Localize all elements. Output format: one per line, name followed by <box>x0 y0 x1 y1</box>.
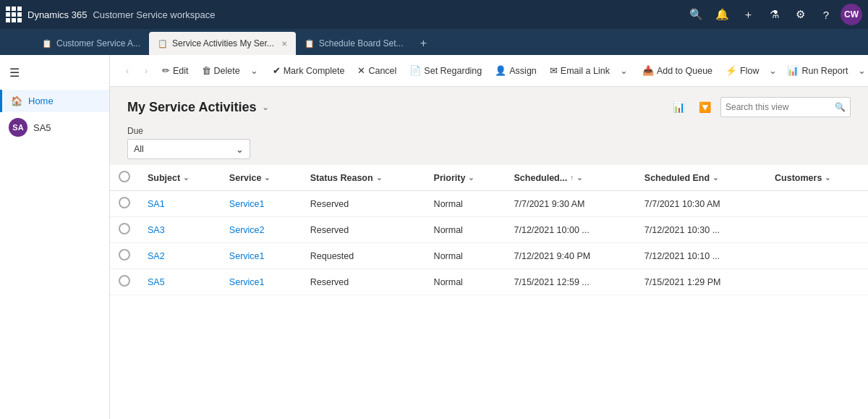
tab-label: Schedule Board Set... <box>319 38 404 48</box>
status-reason-value: Reserved <box>310 225 349 235</box>
view-title-dropdown[interactable]: ⌄ <box>262 102 269 112</box>
assign-button[interactable]: 👤 Assign <box>489 62 542 79</box>
tab-schedule-board[interactable]: 📋 Schedule Board Set... <box>296 32 412 55</box>
col-priority[interactable]: Priority ⌄ <box>425 165 506 191</box>
email-link-button[interactable]: ✉ Email a Link <box>544 62 616 79</box>
col-scheduled-end-label: Scheduled End <box>644 173 710 183</box>
view-title: My Service Activities <box>127 100 256 115</box>
row-customers-cell <box>766 217 868 243</box>
flow-button[interactable]: ⚡ Flow <box>720 62 765 79</box>
back-btn[interactable]: ‹ <box>119 62 136 80</box>
row-customers-cell <box>766 191 868 217</box>
subject-link[interactable]: SA1 <box>148 199 165 209</box>
search-input[interactable] <box>726 102 835 112</box>
table-row: SA3 Service2 Reserved Normal 7/12/2021 1… <box>110 217 868 243</box>
row-priority-cell: Normal <box>425 243 506 269</box>
report-dropdown-btn[interactable]: ⌄ <box>855 62 868 79</box>
tab-icon: 📋 <box>42 39 52 48</box>
filter-label: Due <box>127 126 851 136</box>
app-logo[interactable]: Dynamics 365 <box>6 7 87 22</box>
tab-icon: 📋 <box>305 39 315 48</box>
row-subject-cell: SA5 <box>139 269 221 295</box>
col-scheduled-end[interactable]: Scheduled End ⌄ <box>636 165 766 191</box>
top-bar: Dynamics 365 Customer Service workspace … <box>0 0 868 29</box>
top-bar-icons: 🔍 🔔 ＋ ⚗ ⚙ ? CW <box>684 3 862 26</box>
service-link[interactable]: Service2 <box>229 225 265 235</box>
col-scheduled-start[interactable]: Scheduled... ↑ ⌄ <box>506 165 636 191</box>
row-radio[interactable] <box>119 197 130 208</box>
cancel-button[interactable]: ✕ Cancel <box>352 62 402 79</box>
tab-service-activities[interactable]: 📋 Service Activities My Ser... ✕ <box>149 32 296 55</box>
chart-icon-btn[interactable]: 📊 <box>668 97 689 117</box>
nav-arrows: ‹ › <box>119 62 155 80</box>
filter-icon-btn[interactable]: ⚗ <box>762 3 786 26</box>
row-status-reason-cell: Reserved <box>302 269 425 295</box>
col-subject-label: Subject <box>148 173 180 183</box>
scheduled-start-value: 7/12/2021 9:40 PM <box>514 251 591 261</box>
tab-customer-service-a[interactable]: 📋 Customer Service A... <box>33 32 149 55</box>
col-status-reason[interactable]: Status Reason ⌄ <box>302 165 425 191</box>
delete-button[interactable]: 🗑 Delete <box>196 62 246 79</box>
row-select-cell[interactable] <box>110 191 139 217</box>
service-link[interactable]: Service1 <box>229 199 265 209</box>
row-select-cell[interactable] <box>110 269 139 295</box>
forward-btn[interactable]: › <box>137 62 155 80</box>
priority-value: Normal <box>434 225 463 235</box>
row-radio[interactable] <box>119 223 130 234</box>
col-customers[interactable]: Customers ⌄ <box>766 165 868 191</box>
add-to-queue-button[interactable]: 📥 Add to Queue <box>637 62 718 79</box>
subject-link[interactable]: SA5 <box>148 277 165 287</box>
flow-dropdown-btn[interactable]: ⌄ <box>766 62 780 79</box>
bell-icon-btn[interactable]: 🔔 <box>710 3 733 26</box>
hamburger-menu-btn[interactable]: ☰ <box>0 58 29 87</box>
filter-value: All <box>134 144 144 154</box>
row-priority-cell: Normal <box>425 269 506 295</box>
status-reason-value: Requested <box>310 251 354 261</box>
tab-close-icon[interactable]: ✕ <box>281 40 287 48</box>
sidebar-item-home[interactable]: 🏠 Home <box>0 90 109 112</box>
service-link[interactable]: Service1 <box>229 251 265 261</box>
user-avatar-btn[interactable]: CW <box>841 4 862 25</box>
row-select-cell[interactable] <box>110 243 139 269</box>
col-service[interactable]: Service ⌄ <box>221 165 302 191</box>
help-icon-btn[interactable]: ? <box>814 3 838 26</box>
email-dropdown-btn[interactable]: ⌄ <box>617 62 631 79</box>
email-icon: ✉ <box>550 65 558 76</box>
row-radio[interactable] <box>119 275 130 287</box>
assign-icon: 👤 <box>495 65 506 76</box>
tab-row: 📋 Customer Service A... 📋 Service Activi… <box>0 29 868 55</box>
set-regarding-button[interactable]: 📄 Set Regarding <box>404 62 488 79</box>
settings-icon-btn[interactable]: ⚙ <box>788 3 812 26</box>
col-priority-label: Priority <box>434 173 466 183</box>
delete-dropdown-btn[interactable]: ⌄ <box>247 62 261 79</box>
assign-label: Assign <box>509 66 537 76</box>
filter-dropdown[interactable]: All ⌄ <box>127 139 250 159</box>
edit-button[interactable]: ✏ Edit <box>156 62 195 79</box>
col-subject[interactable]: Subject ⌄ <box>139 165 221 191</box>
row-service-cell: Service2 <box>221 217 302 243</box>
table-body: SA1 Service1 Reserved Normal 7/7/2021 9:… <box>110 191 868 295</box>
search-icon-btn[interactable]: 🔍 <box>684 3 707 26</box>
filter-view-btn[interactable]: 🔽 <box>694 97 715 117</box>
priority-value: Normal <box>434 277 463 287</box>
run-report-button[interactable]: 📊 Run Report <box>781 62 854 79</box>
row-select-cell[interactable] <box>110 217 139 243</box>
tab-label: Customer Service A... <box>56 38 140 48</box>
set-regarding-label: Set Regarding <box>424 66 482 76</box>
run-report-label: Run Report <box>801 66 848 76</box>
view-header-right: 📊 🔽 🔍 <box>668 97 851 117</box>
table-row: SA5 Service1 Reserved Normal 7/15/2021 1… <box>110 269 868 295</box>
subject-link[interactable]: SA2 <box>148 251 165 261</box>
select-all-header[interactable] <box>110 165 139 191</box>
table-row: SA1 Service1 Reserved Normal 7/7/2021 9:… <box>110 191 868 217</box>
service-link[interactable]: Service1 <box>229 277 265 287</box>
add-tab-btn[interactable]: + <box>412 32 435 55</box>
select-all-radio[interactable] <box>119 171 130 182</box>
row-scheduled-end-cell: 7/12/2021 10:10 ... <box>636 243 766 269</box>
mark-complete-button[interactable]: ✔ Mark Complete <box>267 62 351 79</box>
row-radio[interactable] <box>119 249 130 261</box>
subject-sort-icon: ⌄ <box>183 174 189 182</box>
add-icon-btn[interactable]: ＋ <box>736 3 760 26</box>
subject-link[interactable]: SA3 <box>148 225 165 235</box>
scheduled-end-value: 7/7/2021 10:30 AM <box>644 199 720 209</box>
